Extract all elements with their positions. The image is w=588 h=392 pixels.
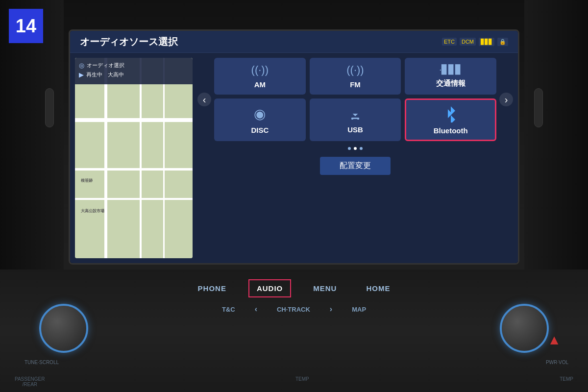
sidebar-audio-label: オーディオ選択 — [87, 62, 124, 69]
tune-scroll-label: TUNE·SCROLL — [24, 360, 59, 365]
status-dcm: DCM — [460, 38, 476, 46]
map-road-h2 — [75, 168, 193, 171]
map-label-1: 根笹跡 — [81, 178, 93, 183]
source-bluetooth-button[interactable]: Bluetooth — [405, 98, 496, 141]
nav-right-arrow[interactable]: › — [499, 93, 513, 106]
screen-body: 根笹跡 大高公設市場 ◎ オーディオ選択 ▶ 再生中 大高中 — [70, 53, 518, 263]
tune-scroll-knob[interactable] — [39, 304, 88, 353]
side-panel-right — [524, 0, 588, 284]
map-background: 根笹跡 大高公設市場 — [75, 58, 193, 258]
main-buttons: PHONE AUDIO MENU HOME — [191, 279, 398, 297]
map-road-h3 — [75, 198, 193, 200]
pwr-vol-knob[interactable] — [500, 304, 549, 353]
bluetooth-icon — [442, 105, 460, 122]
source-disc-button[interactable]: ◉ DISC — [214, 98, 306, 141]
step-number: 14 — [16, 16, 36, 37]
source-usb-button[interactable]: USB — [310, 98, 401, 141]
sidebar-playing-label: 再生中 大高中 — [86, 71, 124, 78]
temp-label-right: TEMP — [560, 376, 573, 387]
page-dot-3 — [360, 147, 363, 150]
traffic-label: 交通情報 — [436, 79, 466, 88]
disc-label: DISC — [251, 126, 269, 134]
svg-rect-1 — [357, 118, 359, 120]
door-handle-left — [45, 88, 54, 127]
warning-triangle-button[interactable]: ▲ — [547, 332, 561, 348]
bottom-labels: PASSENGER/REAR TEMP TEMP — [0, 376, 588, 387]
svg-rect-0 — [351, 118, 353, 120]
map-button[interactable]: MAP — [347, 303, 371, 316]
door-handle-right — [534, 88, 543, 127]
source-am-button[interactable]: ((·)) AM — [214, 58, 306, 95]
ch-next-button[interactable]: › — [325, 302, 337, 316]
disc-icon: ◉ — [254, 106, 266, 122]
tc-button[interactable]: T&C — [217, 303, 240, 316]
temp-label: TEMP — [295, 376, 309, 387]
menu-button[interactable]: MENU — [306, 280, 344, 296]
sidebar-info: ◎ オーディオ選択 ▶ 再生中 大高中 — [75, 58, 193, 84]
source-traffic-button[interactable]: ·▊▊▊ 交通情報 — [405, 58, 496, 95]
home-button[interactable]: HOME — [359, 280, 397, 296]
map-road-v2 — [140, 58, 142, 258]
right-panel: ‹ ((·)) AM ((·)) FM — [197, 58, 513, 258]
map-label-2: 大高公設市場 — [81, 208, 104, 214]
fm-icon: ((·)) — [346, 64, 364, 76]
map-grid: 根笹跡 大高公設市場 — [75, 58, 193, 258]
pwr-vol-label: PWR·VOL — [546, 360, 568, 365]
sidebar-row-1: ◎ オーディオ選択 — [79, 62, 189, 69]
dashboard: 14 オーディオソース選択 ETC DCM ▊▊▊ 🔒 — [0, 0, 588, 392]
left-panel-map: 根笹跡 大高公設市場 ◎ オーディオ選択 ▶ 再生中 大高中 — [75, 58, 193, 258]
controls-area: PHONE AUDIO MENU HOME T&C ‹ CH·TRACK — [0, 270, 588, 392]
map-road-h1 — [75, 118, 193, 122]
secondary-buttons: T&C ‹ CH·TRACK › MAP — [217, 302, 371, 316]
traffic-icon: ·▊▊▊ — [439, 64, 462, 75]
am-icon: ((·)) — [251, 64, 269, 76]
screen-bezel: オーディオソース選択 ETC DCM ▊▊▊ 🔒 — [69, 29, 519, 265]
fm-label: FM — [350, 80, 361, 89]
passenger-label: PASSENGER/REAR — [15, 376, 45, 387]
page-dot-2 — [354, 147, 357, 150]
rearrange-button[interactable]: 配置変更 — [320, 157, 391, 175]
map-road-v1 — [104, 58, 107, 258]
ch-prev-button[interactable]: ‹ — [250, 302, 262, 316]
status-lock: 🔒 — [497, 38, 508, 46]
nav-left-arrow[interactable]: ‹ — [197, 93, 211, 106]
phone-button[interactable]: PHONE — [191, 280, 234, 296]
status-signal: ▊▊▊ — [479, 38, 494, 46]
map-road-v3 — [163, 58, 165, 258]
usb-icon — [347, 106, 363, 122]
rearrange-container: 配置変更 — [197, 157, 513, 175]
pagination — [197, 147, 513, 150]
source-fm-button[interactable]: ((·)) FM — [310, 58, 401, 95]
sidebar-row-2: ▶ 再生中 大高中 — [79, 71, 189, 78]
screen: オーディオソース選択 ETC DCM ▊▊▊ 🔒 — [70, 31, 518, 263]
screen-title: オーディオソース選択 — [80, 35, 442, 49]
bluetooth-label: Bluetooth — [434, 126, 468, 135]
status-etc: ETC — [442, 38, 457, 46]
audio-select-icon: ◎ — [79, 62, 84, 69]
play-icon: ▶ — [79, 71, 84, 78]
screen-header: オーディオソース選択 ETC DCM ▊▊▊ 🔒 — [70, 31, 518, 53]
audio-button[interactable]: AUDIO — [248, 279, 291, 297]
am-label: AM — [254, 80, 266, 89]
ch-track-button[interactable]: CH·TRACK — [272, 303, 315, 316]
source-grid: ((·)) AM ((·)) FM ·▊▊▊ 交通情報 — [214, 58, 496, 141]
usb-label: USB — [347, 125, 363, 134]
step-badge: 14 — [9, 9, 43, 43]
status-icons: ETC DCM ▊▊▊ 🔒 — [442, 38, 508, 46]
page-dot-1 — [348, 147, 351, 150]
nav-row: ‹ ((·)) AM ((·)) FM — [197, 58, 513, 141]
